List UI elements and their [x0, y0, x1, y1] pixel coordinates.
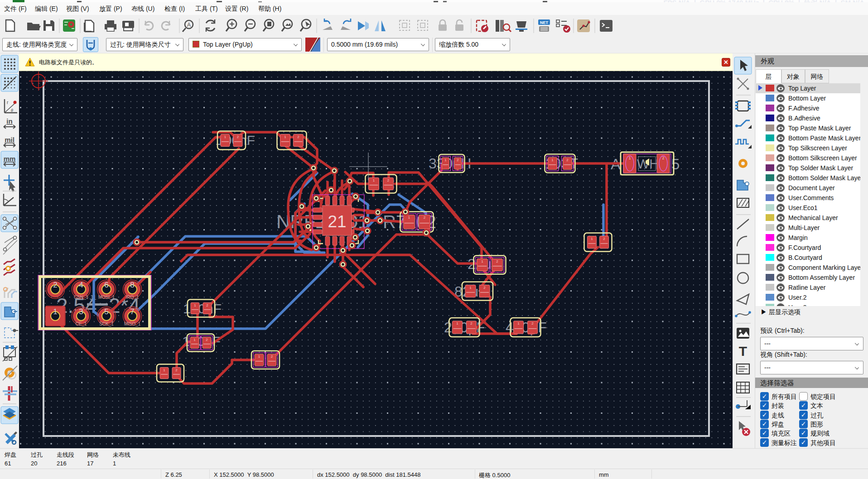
svg-text:1: 1	[444, 158, 447, 162]
svg-text:1: 1	[224, 135, 227, 139]
svg-text:7: 7	[130, 307, 134, 316]
svg-text:1: 1	[481, 259, 483, 263]
svg-text:1: 1	[53, 307, 57, 316]
svg-text:2: 2	[483, 286, 486, 290]
svg-text:mil: mil	[5, 136, 14, 144]
svg-text:8: 8	[130, 281, 134, 289]
svg-text:2: 2	[566, 158, 569, 162]
svg-text:2: 2	[531, 321, 534, 326]
svg-text:MISO_1: MISO_1	[124, 321, 141, 326]
svg-text:1: 1	[469, 286, 472, 290]
svg-text:1: 1	[591, 237, 593, 241]
svg-text:2: 2	[271, 354, 273, 359]
svg-text:4: 4	[79, 281, 83, 289]
svg-text:CE_1: CE_1	[75, 321, 87, 326]
svg-text:SCK_1: SCK_1	[99, 321, 114, 326]
svg-text:1: 1	[284, 135, 286, 139]
svg-text:1: 1	[163, 368, 165, 372]
svg-text:T: T	[739, 344, 747, 359]
svg-text:r: r	[7, 100, 9, 105]
svg-text:2: 2	[237, 135, 239, 139]
svg-text:1: 1	[408, 216, 410, 220]
svg-text:1: 1	[551, 158, 554, 162]
svg-text:2: 2	[662, 156, 664, 160]
svg-text:3: 3	[79, 307, 83, 316]
svg-text:in: in	[6, 117, 12, 125]
svg-text:2: 2	[496, 259, 498, 263]
svg-text:1: 1	[456, 321, 458, 326]
svg-text:θ: θ	[11, 108, 13, 113]
svg-text:CSN_1: CSN_1	[74, 295, 89, 300]
svg-text:2: 2	[457, 158, 459, 162]
svg-text:2: 2	[175, 368, 178, 372]
svg-text:100nF: 100nF	[183, 301, 222, 316]
svg-text:1: 1	[628, 156, 631, 160]
svg-text:1: 1	[373, 178, 375, 182]
svg-text:1: 1	[258, 354, 260, 359]
svg-text:2: 2	[424, 216, 426, 220]
svg-text:21: 21	[328, 212, 346, 231]
svg-text:2: 2	[206, 338, 208, 342]
svg-text:NET: NET	[540, 20, 549, 25]
svg-text:2: 2	[470, 321, 473, 326]
svg-text:1: 1	[194, 303, 196, 307]
svg-text:2: 2	[297, 135, 299, 139]
svg-text:A: A	[187, 22, 191, 28]
svg-text:MOSI_1: MOSI_1	[98, 295, 115, 300]
svg-text:5: 5	[104, 307, 108, 316]
svg-text:IRQ_1: IRQ_1	[126, 295, 139, 300]
svg-text:6: 6	[104, 281, 108, 289]
svg-text:2: 2	[206, 303, 208, 307]
svg-text:1: 1	[193, 338, 196, 342]
svg-text:2: 2	[387, 178, 390, 182]
svg-text:5: 5	[671, 156, 680, 172]
svg-text:mm: mm	[4, 155, 16, 163]
svg-text:2: 2	[53, 281, 57, 289]
svg-text:1: 1	[517, 321, 520, 326]
svg-text:2: 2	[603, 237, 605, 241]
